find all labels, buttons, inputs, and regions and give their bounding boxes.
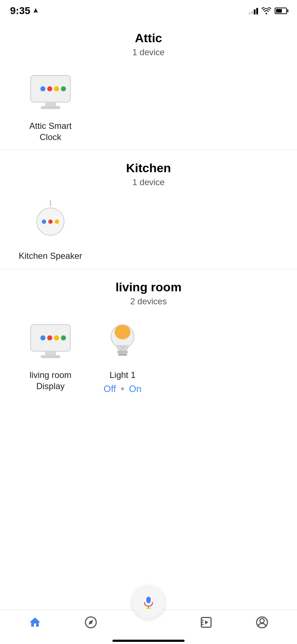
svg-rect-22	[118, 354, 127, 356]
mic-button[interactable]	[132, 586, 165, 618]
status-time: 9:35	[10, 5, 39, 17]
kitchen-device-count: 1 device	[14, 177, 283, 187]
svg-point-4	[47, 86, 52, 91]
display-icon-lr	[27, 321, 74, 361]
svg-point-10	[48, 219, 53, 224]
speaker-icon	[32, 200, 68, 243]
attic-title: Attic	[14, 31, 283, 45]
display-icon	[27, 72, 74, 112]
attic-clock-name: Attic Smart Clock	[18, 120, 83, 143]
device-living-room-display[interactable]: living room Display	[18, 317, 83, 395]
living-room-title: living room	[14, 280, 283, 294]
living-room-devices: living room Display	[14, 317, 283, 395]
svg-point-17	[54, 335, 59, 340]
svg-point-16	[47, 335, 52, 340]
svg-point-11	[55, 219, 59, 224]
light-1-name: Light 1	[110, 369, 136, 380]
mic-icon	[142, 595, 155, 609]
svg-point-35	[260, 619, 264, 623]
svg-point-9	[42, 219, 46, 224]
home-indicator	[112, 640, 185, 642]
kitchen-section: Kitchen 1 device Kitchen Speaker	[0, 150, 297, 269]
svg-rect-21	[118, 351, 128, 353]
device-attic-clock[interactable]: Attic Smart Clock	[18, 68, 83, 143]
living-room-device-count: 2 devices	[14, 296, 283, 306]
bottom-nav-container	[0, 586, 297, 644]
attic-devices: Attic Smart Clock	[14, 68, 283, 143]
status-icons	[249, 7, 287, 14]
lightbulb-icon	[105, 319, 141, 362]
svg-rect-2	[41, 106, 60, 109]
svg-rect-13	[45, 351, 56, 356]
kitchen-title: Kitchen	[14, 161, 283, 175]
kitchen-speaker-name: Kitchen Speaker	[19, 250, 82, 261]
svg-point-20	[115, 325, 130, 339]
toggle-dot	[121, 387, 124, 390]
attic-device-count: 1 device	[14, 47, 283, 57]
signal-icon	[249, 7, 258, 14]
svg-point-18	[61, 335, 66, 340]
living-room-display-name: living room Display	[18, 369, 83, 392]
svg-marker-30	[205, 620, 208, 625]
svg-point-3	[40, 86, 45, 91]
status-bar: 9:35	[0, 0, 297, 20]
light-toggle: Off On	[104, 383, 142, 395]
svg-point-15	[40, 335, 45, 340]
light-on-button[interactable]: On	[129, 383, 142, 395]
kitchen-devices: Kitchen Speaker	[14, 198, 283, 261]
device-light-1[interactable]: Light 1 Off On	[90, 317, 155, 395]
svg-point-5	[54, 86, 59, 91]
light-off-button[interactable]: Off	[104, 383, 116, 395]
location-arrow-icon	[32, 8, 39, 14]
svg-rect-1	[45, 102, 56, 106]
living-room-section: living room 2 devices living room Displa…	[0, 269, 297, 402]
attic-section: Attic 1 device Attic Smart Clock	[0, 20, 297, 150]
battery-icon	[275, 8, 287, 14]
wifi-icon	[262, 7, 271, 14]
device-kitchen-speaker[interactable]: Kitchen Speaker	[18, 198, 83, 261]
svg-rect-25	[146, 597, 151, 603]
svg-rect-14	[41, 355, 60, 358]
svg-point-6	[61, 86, 66, 91]
